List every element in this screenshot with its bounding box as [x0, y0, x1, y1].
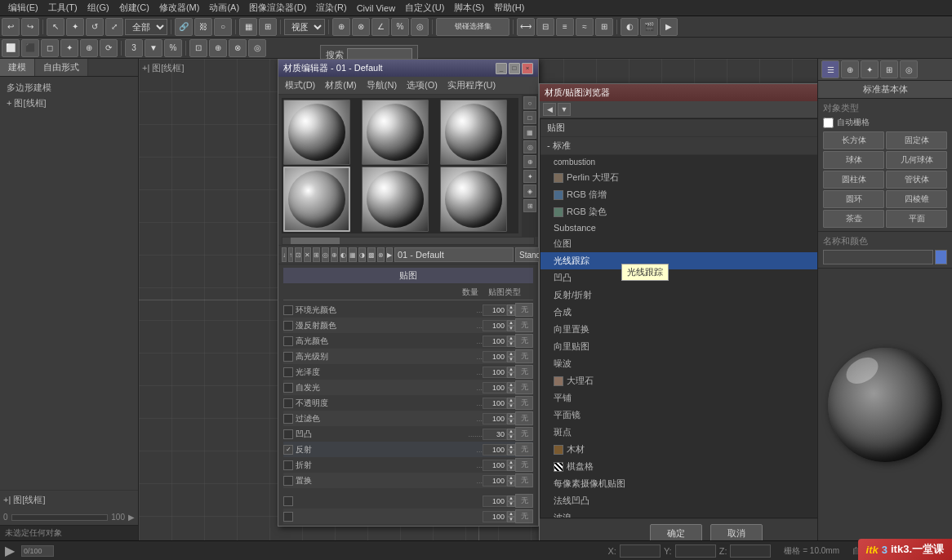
mat-sphere-2[interactable] [362, 100, 429, 165]
map-amount-bump[interactable] [483, 429, 507, 440]
menu-item-group[interactable]: 组(G) [82, 1, 114, 15]
obj-btn-pyramid[interactable]: 四棱锥 [886, 190, 947, 208]
map-spin-up-opacity[interactable]: ▲ [507, 398, 515, 403]
map-spin-down-ambient[interactable]: ▼ [507, 310, 515, 316]
poly-modeling-item[interactable]: 多边形建模 [3, 80, 135, 96]
mat-by-object-btn[interactable]: ◐ [340, 247, 347, 262]
map-spin-up-selfillum[interactable]: ▲ [507, 382, 515, 388]
mat-browser-back-btn[interactable]: ◀ [543, 103, 556, 116]
map-spin-up-spec-color[interactable]: ▲ [507, 336, 515, 341]
mat-backlight-btn[interactable]: ◑ [358, 247, 366, 262]
map-check-opacity[interactable] [283, 398, 293, 408]
spinner-snap-btn[interactable]: ◎ [411, 18, 429, 36]
object-name-input[interactable] [823, 250, 933, 264]
unlink-btn[interactable]: ⛓ [194, 18, 212, 36]
map-type-btn-diffuse[interactable]: 无 [515, 318, 533, 332]
mat-sample-type-btn[interactable]: ▦ [349, 247, 357, 262]
menu-item-create[interactable]: 创建(C) [114, 1, 154, 15]
mat-name-input[interactable] [394, 247, 514, 262]
mat-put-material-btn[interactable]: ↑ [288, 247, 293, 262]
material-editor-btn[interactable]: ◐ [621, 18, 638, 36]
map-check-filter[interactable] [283, 414, 293, 424]
map-check-spec-color[interactable] [283, 336, 293, 346]
mat-editor-titlebar[interactable]: 材质编辑器 - 01 - Default _ □ × [278, 60, 538, 77]
mat-icon-6[interactable]: ✦ [523, 170, 536, 183]
extra-amount-1[interactable] [483, 496, 507, 507]
extra-check-1[interactable] [283, 496, 293, 506]
map-type-btn-displace[interactable]: 无 [515, 473, 533, 487]
view-dropdown[interactable]: 视图 [284, 19, 325, 35]
x-value[interactable] [620, 544, 661, 558]
undo-btn[interactable]: ↩ [2, 18, 20, 36]
map-amount-ambient[interactable] [483, 304, 507, 316]
map-type-btn-spec-level[interactable]: 无 [515, 349, 533, 363]
map-type-btn-bump[interactable]: 无 [515, 427, 533, 441]
mat-icon-5[interactable]: ⊕ [523, 155, 536, 168]
selection-filter[interactable]: 全部 [125, 19, 167, 35]
mat-sphere-5[interactable] [362, 167, 429, 232]
browser-item-marble[interactable]: 大理石 [541, 372, 817, 389]
mat-icon-1[interactable]: ○ [523, 96, 536, 109]
obj-btn-plane[interactable]: 平面 [886, 210, 947, 228]
browser-item-displace-into[interactable]: 向里置换 [541, 321, 817, 338]
browser-item-bump[interactable]: 凹凸 [541, 269, 817, 287]
obj-btn-sphere[interactable]: 球体 [823, 151, 884, 169]
right-icon-2[interactable]: ⊕ [841, 60, 859, 78]
browser-item-reflectrefract[interactable]: 反射/折射 [541, 287, 817, 304]
map-spin-down-opacity[interactable]: ▼ [507, 403, 515, 409]
toolbar2-btn12[interactable]: ⊗ [229, 39, 247, 57]
map-amount-spec-color[interactable] [483, 336, 507, 347]
obj-btn-cylinder[interactable]: 圆柱体 [823, 171, 884, 189]
select-btn[interactable]: ↖ [47, 18, 65, 36]
mat-sphere-6[interactable] [440, 167, 507, 232]
map-amount-refract[interactable] [483, 460, 507, 471]
browser-item-raytrace[interactable]: 光线跟踪 [541, 252, 817, 269]
map-amount-diffuse[interactable] [483, 320, 507, 331]
map-spin-up-displace[interactable]: ▲ [507, 475, 515, 481]
browser-item-combustion[interactable]: combustion [541, 155, 817, 169]
percent-snap-btn[interactable]: % [391, 18, 409, 36]
menu-item-edit[interactable]: 编辑(E) [3, 1, 43, 15]
mat-get-material-btn[interactable]: ↓ [282, 247, 287, 262]
map-spin-down-glossiness[interactable]: ▼ [507, 372, 515, 378]
obj-btn-geosphere[interactable]: 几何球体 [886, 151, 947, 169]
map-spin-down-refract[interactable]: ▼ [507, 465, 515, 471]
snap-btn[interactable]: ⊕ [332, 18, 350, 36]
map-amount-opacity[interactable] [483, 398, 507, 409]
map-check-bump[interactable] [283, 429, 293, 439]
browser-item-perlin-marble[interactable]: Perlin 大理石 [541, 169, 817, 186]
browser-item-speckle[interactable]: 斑点 [541, 424, 817, 441]
toolbar2-btn10[interactable]: ⊡ [189, 39, 207, 57]
extra-spin-up-2[interactable]: ▲ [507, 511, 515, 517]
mat-unique-btn[interactable]: ◎ [322, 247, 329, 262]
menu-item-tools[interactable]: 工具(T) [43, 1, 82, 15]
map-check-selfillum[interactable] [283, 383, 293, 393]
extra-check-2[interactable] [283, 512, 293, 522]
menu-item-render[interactable]: 渲染(R) [311, 1, 351, 15]
map-amount-filter[interactable] [483, 413, 507, 424]
map-spin-down-filter[interactable]: ▼ [507, 419, 515, 424]
mat-editor-maximize-btn[interactable]: □ [509, 63, 520, 74]
browser-item-substance[interactable]: Substance [541, 220, 817, 235]
mat-video-btn[interactable]: ▶ [386, 247, 393, 262]
menu-item-script[interactable]: 脚本(S) [449, 1, 489, 15]
toolbar2-btn2[interactable]: ⬛ [21, 39, 39, 57]
progress-arrow[interactable]: ▶ [128, 513, 135, 522]
mat-menu-nav[interactable]: 导航(N) [362, 78, 402, 93]
extra-type-2[interactable]: 无 [515, 509, 533, 523]
extra-spin-up-1[interactable]: ▲ [507, 496, 515, 501]
browser-item-waves[interactable]: 波浪 [541, 509, 817, 518]
mirror-btn[interactable]: ⟷ [517, 18, 535, 36]
extra-amount-2[interactable] [483, 511, 507, 522]
redo-btn[interactable]: ↪ [21, 18, 39, 36]
map-check-reflect[interactable]: ✓ [283, 445, 293, 455]
tab-modeling[interactable]: 建模 [0, 59, 35, 76]
map-spin-up-ambient[interactable]: ▲ [507, 304, 515, 310]
menu-item-modifier[interactable]: 修改器(M) [154, 1, 205, 15]
curve-editor-btn[interactable]: ≈ [576, 18, 594, 36]
map-spin-up-filter[interactable]: ▲ [507, 413, 515, 419]
right-icon-4[interactable]: ⊞ [880, 60, 898, 78]
map-check-diffuse[interactable] [283, 321, 293, 331]
browser-item-noise[interactable]: 噪波 [541, 355, 817, 372]
map-spin-up-refract[interactable]: ▲ [507, 460, 515, 465]
